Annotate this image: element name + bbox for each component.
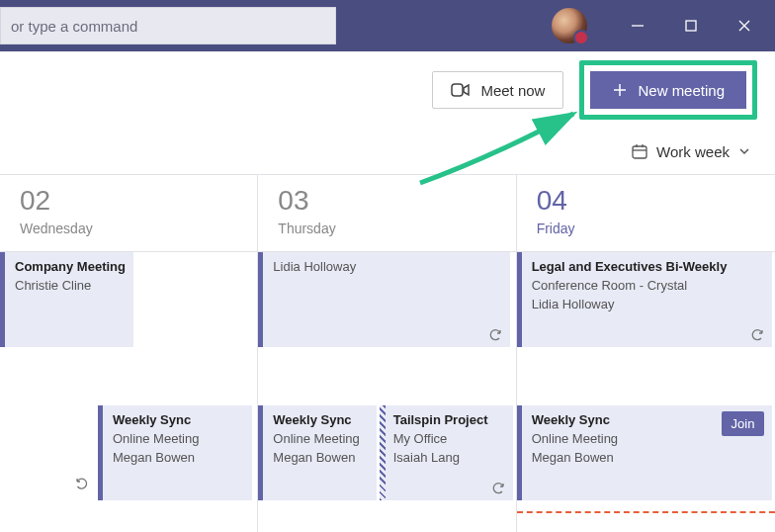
- event-location: Conference Room - Crystal: [532, 277, 765, 296]
- new-meeting-highlight: New meeting: [579, 60, 757, 120]
- new-meeting-button[interactable]: New meeting: [590, 71, 746, 109]
- event-title: Legal and Executives Bi-Weekly: [532, 258, 765, 277]
- maximize-button[interactable]: [668, 0, 714, 51]
- event-location: My Office: [393, 430, 505, 449]
- view-label: Work week: [656, 143, 730, 160]
- event-organizer: Christie Cline: [15, 277, 126, 296]
- day-column: 02 Wednesday Company Meeting Christie Cl…: [0, 175, 258, 532]
- calendar-event[interactable]: Lidia Holloway: [258, 252, 510, 347]
- maximize-icon: [684, 19, 698, 33]
- view-row: Work week: [0, 129, 775, 174]
- avatar[interactable]: [552, 8, 587, 44]
- day-number: 02: [20, 185, 241, 217]
- svg-rect-7: [633, 146, 646, 158]
- video-icon: [451, 82, 471, 98]
- plus-icon: [612, 82, 628, 98]
- slot-area[interactable]: Company Meeting Christie Cline Weekly Sy…: [0, 252, 257, 532]
- minimize-button[interactable]: [615, 0, 660, 51]
- event-organizer: Megan Bowen: [113, 449, 244, 468]
- day-name: Wednesday: [20, 221, 241, 236]
- close-icon: [737, 19, 751, 33]
- meet-now-label: Meet now: [480, 82, 545, 99]
- minimize-icon: [631, 19, 645, 33]
- calendar-event[interactable]: Weekly Sync Online Meeting Megan Bowen: [98, 405, 252, 500]
- recurring-icon: [750, 327, 764, 341]
- svg-rect-1: [686, 21, 696, 31]
- recurring-icon: [491, 481, 505, 494]
- recurring-icon: [75, 477, 89, 490]
- day-column: 04 Friday Legal and Executives Bi-Weekly…: [517, 175, 775, 532]
- calendar-event[interactable]: Company Meeting Christie Cline: [0, 252, 133, 347]
- current-time-indicator: [517, 511, 775, 513]
- chevron-down-icon: [737, 144, 751, 158]
- new-meeting-label: New meeting: [638, 82, 725, 99]
- day-header[interactable]: 02 Wednesday: [0, 175, 257, 252]
- calendar-event[interactable]: Legal and Executives Bi-Weekly Conferenc…: [517, 252, 773, 347]
- calendar-grid: 02 Wednesday Company Meeting Christie Cl…: [0, 174, 775, 532]
- recurring-icon: [488, 327, 502, 341]
- event-organizer: Megan Bowen: [532, 449, 765, 468]
- toolbar: Meet now New meeting: [0, 51, 775, 129]
- event-organizer: Lidia Holloway: [532, 296, 765, 314]
- day-number: 04: [537, 185, 759, 217]
- event-organizer: Lidia Holloway: [273, 258, 502, 277]
- svg-rect-4: [452, 84, 463, 96]
- calendar-event[interactable]: Weekly Sync Online Meeting Megan Bowen J…: [517, 405, 773, 500]
- event-title: Tailspin Project: [393, 411, 505, 430]
- day-number: 03: [278, 185, 499, 217]
- day-column: 03 Thursday Lidia Holloway Weekly Sync O…: [258, 175, 516, 532]
- event-location: Online Meeting: [273, 430, 369, 449]
- slot-area[interactable]: Legal and Executives Bi-Weekly Conferenc…: [517, 252, 775, 532]
- calendar-icon: [631, 142, 648, 160]
- event-title: Weekly Sync: [273, 411, 369, 430]
- search-placeholder: or type a command: [11, 18, 137, 35]
- view-selector[interactable]: Work week: [631, 142, 751, 160]
- event-location: Online Meeting: [113, 430, 244, 449]
- meet-now-button[interactable]: Meet now: [432, 71, 563, 109]
- event-title: Company Meeting: [15, 258, 126, 277]
- calendar-event[interactable]: Weekly Sync Online Meeting Megan Bowen: [258, 405, 377, 500]
- day-name: Friday: [537, 221, 759, 236]
- day-header[interactable]: 03 Thursday: [258, 175, 515, 252]
- event-title: Weekly Sync: [113, 411, 244, 430]
- titlebar: or type a command: [0, 0, 775, 51]
- day-header[interactable]: 04 Friday: [517, 175, 775, 252]
- calendar-event[interactable]: Tailspin Project My Office Isaiah Lang: [380, 405, 513, 500]
- day-name: Thursday: [278, 221, 499, 236]
- close-button[interactable]: [722, 0, 767, 51]
- search-input[interactable]: or type a command: [0, 7, 336, 44]
- event-organizer: Megan Bowen: [273, 449, 369, 468]
- join-button[interactable]: Join: [722, 411, 765, 436]
- event-organizer: Isaiah Lang: [393, 449, 505, 468]
- slot-area[interactable]: Lidia Holloway Weekly Sync Online Meetin…: [258, 252, 515, 532]
